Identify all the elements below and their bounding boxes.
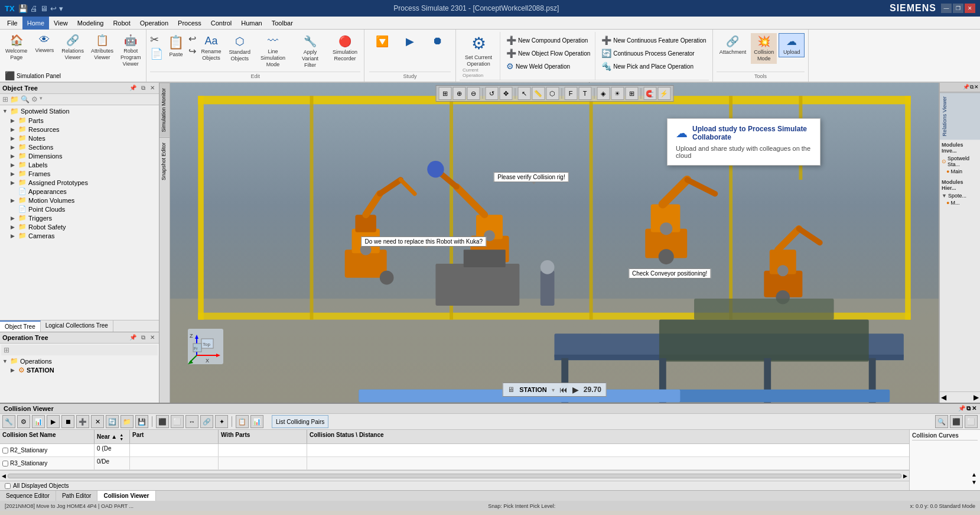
render-button[interactable]: ◈ [597, 87, 610, 100]
new-weld-op-button[interactable]: ⚙ New Weld Operation [504, 60, 592, 72]
expand-icon[interactable]: ▶ [11, 135, 17, 141]
menu-human[interactable]: Human [236, 17, 266, 30]
hscroll-track[interactable] [8, 474, 901, 478]
measure-button[interactable]: 📏 [532, 87, 545, 100]
expand-icon[interactable]: ▶ [11, 224, 17, 230]
cv-tool3[interactable]: 📊 [32, 415, 45, 428]
obj-tree-pin-icon[interactable]: 📌 [128, 84, 138, 92]
new-object-flow-button[interactable]: ➕ New Object Flow Operation [504, 47, 592, 59]
list-item[interactable]: ▶ 📁 Resources [9, 125, 158, 134]
modules-item[interactable]: ⊙ Spotweld Sta... [942, 156, 978, 167]
attributes-viewer-button[interactable]: 📋 AttributesViewer [88, 32, 116, 63]
col-header-name[interactable]: Collision Set Name [0, 430, 95, 443]
cv-tool2[interactable]: ⚙ [17, 415, 30, 428]
cv-float-icon[interactable]: ⧉ [966, 405, 971, 412]
menu-modeling[interactable]: Modeling [73, 17, 109, 30]
obj-tree-float-icon[interactable]: ⧉ [139, 84, 147, 92]
hscroll-left-icon[interactable]: ◀ [0, 473, 8, 479]
mviewer-relations-tab[interactable]: Relations Viewer [940, 92, 980, 140]
list-item[interactable]: ▶ 📁 Labels [9, 160, 158, 169]
expand-icon[interactable]: ▶ [11, 162, 17, 168]
viewers-button[interactable]: 👁 Viewers [31, 32, 57, 56]
menu-toolbar[interactable]: Toolbar [267, 17, 298, 30]
station-dropdown-icon[interactable]: ▾ [552, 387, 555, 393]
relations-viewer-button[interactable]: 🔗 RelationsViewer [58, 32, 87, 63]
list-item[interactable]: ▶ 📁 Assigned Prototypes [9, 178, 158, 187]
op-tree-icon1[interactable]: ⊞ [4, 346, 9, 354]
curve-scroll-up-icon[interactable]: ▲ [971, 471, 977, 478]
list-item[interactable]: ▶ 📄 Appearances [9, 187, 158, 196]
op-expand-icon[interactable]: ▼ [2, 358, 8, 364]
expand-icon[interactable]: ▶ [11, 233, 17, 239]
cv-tool10[interactable]: 💾 [135, 415, 148, 428]
obj-tree-close-icon[interactable]: ✕ [148, 84, 157, 92]
row2-checkbox[interactable] [2, 461, 8, 467]
screen-icon[interactable]: 🖥 [40, 4, 48, 13]
minimize-button[interactable]: — [941, 4, 952, 13]
new-compound-op-button[interactable]: ➕ New Compound Operation [504, 34, 592, 46]
cv-close-icon[interactable]: ✕ [972, 405, 976, 412]
menu-view[interactable]: View [49, 17, 73, 30]
menu-robot[interactable]: Robot [108, 17, 135, 30]
tab-logical-collections[interactable]: Logical Collections Tree [41, 320, 113, 332]
expand-icon[interactable]: ▶ [11, 180, 17, 186]
tree-settings-icon[interactable]: ⚙ [31, 95, 38, 103]
rotate-button[interactable]: ↺ [485, 87, 498, 100]
cv-tool14[interactable]: 🔗 [200, 415, 213, 428]
section-button[interactable]: ⬡ [546, 87, 559, 100]
new-pick-place-button[interactable]: 🔩 New Pick and Place Operation [599, 60, 708, 72]
close-button[interactable]: ✕ [965, 4, 975, 13]
op-tree-float-icon[interactable]: ⧉ [139, 333, 147, 342]
expand-icon[interactable]: ▶ [11, 215, 17, 221]
all-displayed-checkbox[interactable] [5, 483, 11, 489]
cv-tool5[interactable]: ⏹ [61, 415, 74, 428]
root-expand-icon[interactable]: ▼ [2, 108, 8, 114]
simulation-panel-button[interactable]: ⬛ Simulation Panel [2, 70, 144, 82]
grid-button[interactable]: ⊞ [625, 87, 638, 100]
menu-process[interactable]: Process [173, 17, 206, 30]
list-item[interactable]: ▶ 📁 Triggers [9, 213, 158, 222]
list-item[interactable]: ▶ 📁 Frames [9, 169, 158, 178]
paste-button[interactable]: 📋 Paste [165, 33, 187, 60]
list-item[interactable]: ▶ 📁 Motion Volumes [9, 196, 158, 205]
filter-button[interactable]: 🔽 [369, 33, 395, 51]
cut-icon[interactable]: ✂ [150, 33, 163, 46]
viewport[interactable]: ⊞ ⊕ ⊖ ↺ ✥ ↖ 📏 ⬡ F T ◈ ☀ ⊞ 🧲 ⚡ [170, 83, 939, 403]
continuous-process-generator-button[interactable]: 🔄 Continuous Process Generator [599, 47, 708, 59]
simulation-recorder-button[interactable]: 🔴 SimulationRecorder [330, 33, 360, 64]
playback-start-button[interactable]: ⏮ [559, 385, 568, 394]
tab-object-tree[interactable]: Object Tree [0, 320, 41, 332]
set-current-operation-button[interactable]: ⚙ Set Current Operation Current Operatio… [460, 32, 497, 80]
mviewer-scroll-right-icon[interactable]: ▶ [974, 393, 979, 401]
collision-mode-button[interactable]: 💥 CollisionMode [751, 33, 777, 64]
col-up-icon[interactable]: ▲ [119, 433, 123, 437]
menu-control[interactable]: Control [206, 17, 236, 30]
list-item[interactable]: ▶ 📁 Parts [9, 116, 158, 125]
select-button[interactable]: ↖ [517, 87, 530, 100]
copy-icon[interactable]: 📄 [150, 47, 163, 60]
tree-dropdown-icon[interactable]: ▾ [40, 95, 43, 103]
annotation-collision[interactable]: Please verify Collision rig! [494, 172, 569, 182]
mviewer-pin-icon[interactable]: 📌 [963, 84, 969, 90]
col-header-near[interactable]: Near▲ ▲ ▼ [95, 430, 130, 443]
station-expand-icon[interactable]: ▶ [11, 367, 17, 373]
rename-objects-button[interactable]: Aa RenameObjects [198, 33, 224, 63]
list-item[interactable]: ▶ 📁 Dimensions [9, 151, 158, 160]
op-tree-operations[interactable]: ▼ 📁 Operations [1, 357, 158, 365]
cv-tool6[interactable]: ➕ [76, 415, 89, 428]
tab-sequence-editor[interactable]: Sequence Editor [0, 491, 56, 501]
expand-icon[interactable]: ▶ [11, 171, 17, 177]
tree-expand-all-icon[interactable]: ⊞ [2, 95, 8, 103]
line-simulation-button[interactable]: 〰 Line SimulationMode [255, 33, 291, 69]
expand-icon[interactable]: ▶ [11, 118, 17, 124]
tree-search-icon[interactable]: 🔍 [21, 95, 30, 103]
playback-station-label[interactable]: STATION [519, 386, 547, 393]
mviewer-float-icon[interactable]: ⧉ [970, 84, 974, 90]
playback-play-button[interactable]: ▶ [572, 385, 579, 394]
zoom-in-button[interactable]: ⊕ [452, 87, 465, 100]
list-item[interactable]: ▶ 📄 Point Clouds [9, 205, 158, 213]
list-colliding-pairs-button[interactable]: List Colliding Pairs [272, 415, 328, 428]
cv-tool13[interactable]: ↔ [185, 415, 198, 428]
tab-collision-viewer[interactable]: Collision Viewer [97, 491, 155, 501]
record-button[interactable]: ⏺ [425, 33, 451, 50]
